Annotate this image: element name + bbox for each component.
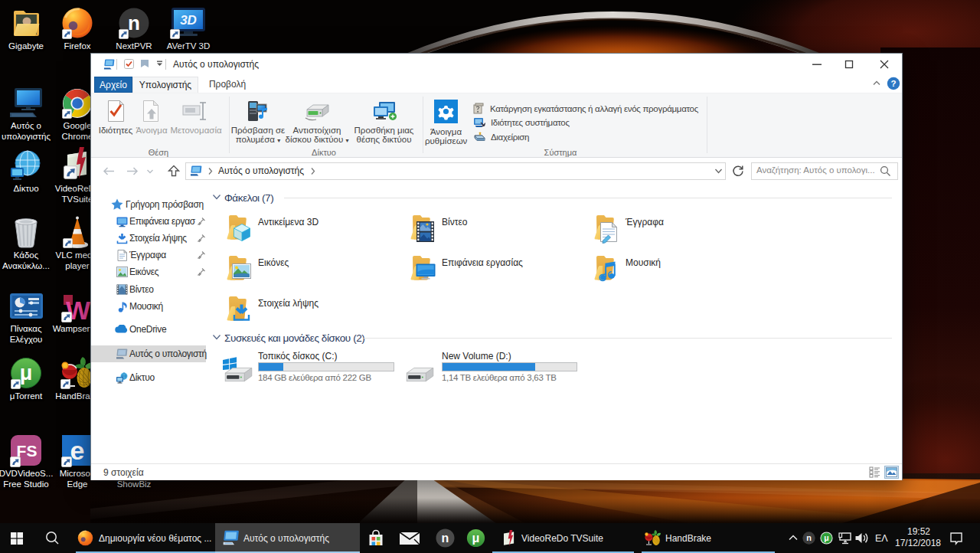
svg-text:μ: μ [472,531,480,545]
svg-text:n: n [442,532,449,545]
svg-text:3D: 3D [180,13,197,28]
svg-text:μ: μ [824,533,828,542]
svg-text:?: ? [890,79,896,88]
svg-text:e: e [70,436,85,465]
svg-text:n: n [806,533,812,542]
svg-text:n: n [128,11,140,34]
svg-text:μ: μ [20,362,33,384]
